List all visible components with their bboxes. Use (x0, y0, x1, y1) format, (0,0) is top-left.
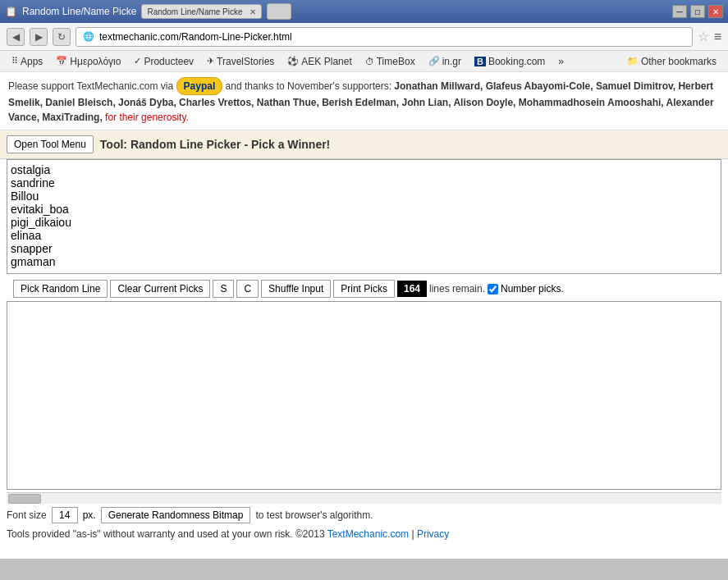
ingr-icon: 🔗 (428, 56, 440, 66)
bookmark-travelstories[interactable]: ✈ TravelStories (202, 54, 279, 69)
title-bar: 📋 Random Line/Name Picke Random Line/Nam… (0, 0, 728, 23)
bookmarks-bar: ⠿ Apps 📅 Ημερολόγιο ✓ Producteev ✈ Trave… (0, 51, 728, 72)
footer-separator: | (411, 528, 414, 540)
print-picks-btn[interactable]: Print Picks (333, 280, 395, 298)
browser-toolbar: ◀ ▶ ↻ 🌐 ☆ ≡ (0, 23, 728, 51)
input-wrap: ostalgia sandrine Billou evitaki_boa pig… (7, 159, 721, 276)
maximize-btn[interactable]: □ (690, 5, 705, 18)
shuffle-btn[interactable]: Shuffle Input (261, 280, 331, 298)
remain-text: lines remain. (429, 283, 485, 295)
bookmark-more-label: » (558, 56, 564, 67)
bookmark-other-label: Other bookmarks (641, 56, 717, 67)
bookmark-hmerologio[interactable]: 📅 Ημερολόγιο (51, 54, 126, 69)
s-btn[interactable]: S (213, 280, 234, 298)
bookmark-aekplanet[interactable]: ⚽ AEK Planet (282, 54, 356, 69)
font-size-unit: px. (83, 509, 96, 521)
count-display: 164 (397, 281, 427, 297)
tab-label-inner: Random Line/Name Picke (147, 7, 242, 16)
font-size-label: Font size (7, 509, 47, 521)
support-middle: and thanks to November's supporters: (226, 80, 395, 92)
apps-icon: ⠿ (11, 56, 18, 66)
title-bar-text: Random Line/Name Picke (22, 6, 136, 17)
bookmark-star[interactable]: ☆ (698, 29, 709, 44)
new-tab-btn[interactable] (267, 3, 291, 20)
bookmark-timebox-label: TimeBox (377, 56, 415, 67)
test-text: to test browser's algorithm. (255, 509, 373, 521)
back-btn[interactable]: ◀ (7, 28, 25, 46)
footer-text: Tools provided "as-is" without warranty … (7, 528, 325, 540)
bookmark-ingr-label: in.gr (442, 56, 461, 67)
tool-header: Open Tool Menu Tool: Random Line Picker … (0, 130, 728, 159)
timebox-icon: ⏱ (365, 57, 374, 66)
footer: Tools provided "as-is" without warranty … (0, 527, 728, 541)
title-bar-icon: 📋 (5, 6, 17, 17)
address-bar[interactable]: 🌐 (76, 27, 693, 47)
address-icon: 🌐 (83, 31, 94, 42)
bookmark-timebox[interactable]: ⏱ TimeBox (360, 54, 420, 69)
tab-close-btn[interactable]: ✕ (250, 7, 256, 16)
output-wrap (7, 301, 721, 492)
address-input[interactable] (99, 31, 685, 43)
support-prefix: Please support TextMechanic.com via (8, 80, 173, 92)
controls-bar: Pick Random Line Clear Current Picks S C… (7, 276, 721, 301)
other-bookmarks-icon: 📁 (627, 56, 639, 66)
number-picks-label: Number picks. (501, 283, 564, 295)
bookmark-apps-label: Apps (21, 56, 43, 67)
pick-random-btn[interactable]: Pick Random Line (13, 280, 108, 298)
bookmark-apps[interactable]: ⠿ Apps (7, 54, 48, 69)
forward-btn[interactable]: ▶ (30, 28, 48, 46)
bookmark-producteev[interactable]: ✓ Producteev (129, 54, 199, 69)
bookmark-hmerologio-label: Ημερολόγιο (70, 56, 121, 67)
aekplanet-icon: ⚽ (287, 56, 299, 66)
tab-close-area: Random Line/Name Picke ✕ (141, 4, 261, 19)
title-bar-left: 📋 Random Line/Name Picke Random Line/Nam… (5, 3, 291, 20)
tool-title: Tool: Random Line Picker - Pick a Winner… (100, 138, 330, 151)
page-body: Please support TextMechanic.com via Payp… (0, 72, 728, 559)
booking-icon: B (474, 57, 486, 66)
minimize-btn[interactable]: ─ (672, 5, 687, 18)
refresh-btn[interactable]: ↻ (53, 28, 71, 46)
privacy-link[interactable]: Privacy (417, 528, 449, 540)
bookmark-booking-label: Booking.com (488, 56, 545, 67)
hscroll-thumb[interactable] (8, 494, 41, 504)
support-section: Please support TextMechanic.com via Payp… (0, 72, 728, 130)
gen-bitmap-btn[interactable]: Generate Randomness Bitmap (101, 507, 251, 523)
font-size-input[interactable] (52, 507, 78, 523)
hmerologio-icon: 📅 (56, 56, 67, 66)
bookmark-booking[interactable]: B Booking.com (469, 54, 550, 69)
close-btn[interactable]: ✕ (708, 5, 723, 18)
number-picks-area: Number picks. (488, 283, 564, 295)
generosity-text: for their generosity. (105, 112, 189, 123)
browser-menu-btn[interactable]: ≡ (714, 30, 721, 44)
title-bar-controls: ─ □ ✕ (672, 5, 723, 18)
number-picks-checkbox[interactable] (488, 284, 498, 295)
bottom-area: Font size px. Generate Randomness Bitmap… (0, 504, 728, 527)
bookmark-other[interactable]: 📁 Other bookmarks (622, 54, 721, 69)
bookmark-travelstories-label: TravelStories (217, 56, 274, 67)
producteev-icon: ✓ (134, 56, 141, 66)
output-textarea[interactable] (7, 301, 721, 490)
paypal-btn[interactable]: Paypal (176, 77, 223, 95)
clear-picks-btn[interactable]: Clear Current Picks (110, 280, 210, 298)
main-area: ostalgia sandrine Billou evitaki_boa pig… (0, 159, 728, 504)
input-textarea[interactable]: ostalgia sandrine Billou evitaki_boa pig… (7, 159, 721, 274)
open-tool-menu-btn[interactable]: Open Tool Menu (7, 135, 94, 153)
travelstories-icon: ✈ (207, 56, 214, 66)
hscroll-bar[interactable] (7, 492, 721, 504)
bookmark-producteev-label: Producteev (144, 56, 194, 67)
textmechanic-link[interactable]: TextMechanic.com (327, 528, 409, 540)
bookmark-aekplanet-label: AEK Planet (301, 56, 351, 67)
c-btn[interactable]: C (236, 280, 259, 298)
bookmark-more[interactable]: » (553, 54, 569, 69)
bookmark-ingr[interactable]: 🔗 in.gr (424, 54, 466, 69)
